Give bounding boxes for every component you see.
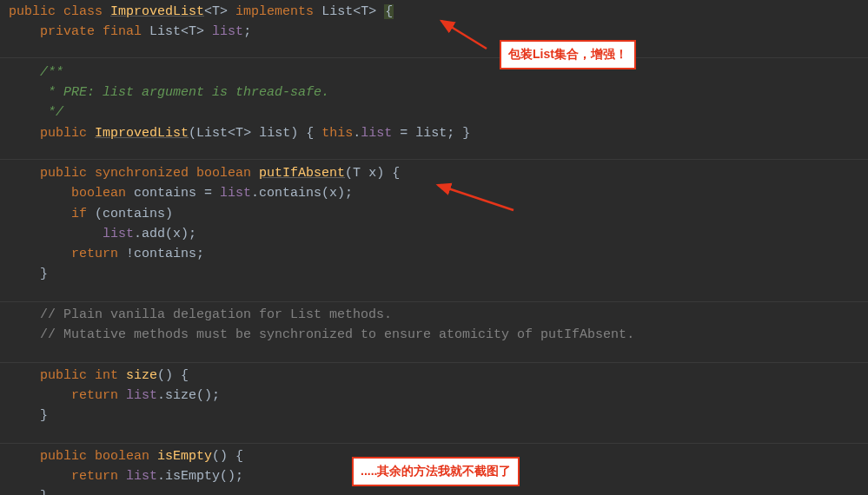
annotation-callout: .....其余的方法我就不截图了 [352, 457, 520, 486]
separator-line [0, 57, 868, 58]
separator-line [0, 443, 868, 444]
separator-line [0, 362, 868, 363]
code-line: public synchronized boolean putIfAbsent(… [9, 166, 400, 181]
code-line: public class ImprovedList<T> implements … [9, 4, 394, 19]
annotation-callout: 包装List集合，增强！ [500, 40, 636, 69]
code-line: boolean contains = list.contains(x); [9, 186, 353, 201]
code-line: private final List<T> list; [9, 24, 251, 39]
code-line: if (contains) [9, 207, 173, 221]
separator-line [0, 301, 868, 302]
code-editor[interactable]: public class ImprovedList<T> implements … [0, 0, 868, 495]
code-line: list.add(x); [9, 227, 196, 241]
code-line: public ImprovedList(List<T> list) { this… [9, 126, 470, 141]
separator-line [0, 159, 868, 160]
code-line: } [9, 267, 48, 281]
code-line: // Plain vanilla delegation for List met… [9, 307, 392, 322]
code-line: public boolean isEmpty() { [9, 449, 243, 464]
code-line: } [9, 408, 48, 423]
code-line: * PRE: list argument is thread-safe. [9, 85, 329, 100]
code-line: */ [9, 105, 63, 120]
code-line: /** [9, 65, 63, 80]
code-line: return !contains; [9, 247, 204, 261]
code-line: return list.size(); [9, 388, 220, 403]
code-line: return list.isEmpty(); [9, 469, 243, 484]
code-line: // Mutative methods must be synchronized… [9, 327, 634, 342]
code-line: } [9, 489, 48, 495]
code-line: public int size() { [9, 368, 189, 383]
